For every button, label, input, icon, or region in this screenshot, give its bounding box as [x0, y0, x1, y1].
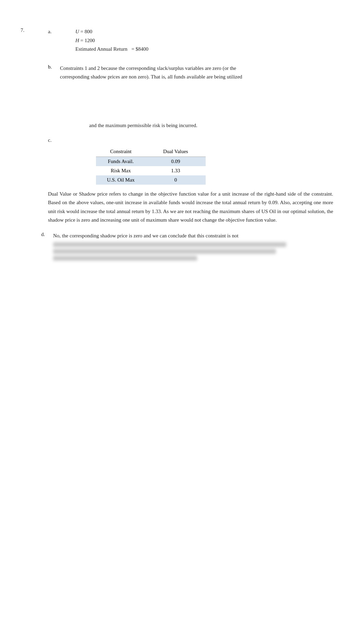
blurred-text-block [53, 242, 293, 261]
max-risk-text: and the maximum permissible risk is bein… [89, 123, 333, 128]
part-b-label: b. [48, 64, 60, 70]
part-a: a. U = 800 H = 1200 Estimated Annual Ret… [48, 27, 333, 54]
dual-values-table-container: Constraint Dual Values Funds Avail.0.09R… [96, 147, 333, 185]
estimated-annual-return-value: = $8400 [131, 46, 148, 52]
part-c-label: c. [48, 137, 51, 143]
table-row-constraint-2: U.S. Oil Max [96, 175, 153, 185]
part-b: b. Constraints 1 and 2 because the corre… [48, 64, 333, 82]
part-d-text: No, the corresponding shadow price is ze… [53, 232, 239, 240]
table-row-value-1: 1.33 [153, 166, 206, 175]
blurred-line-1 [53, 242, 286, 247]
part-b-text1: Constraints 1 and 2 because the correspo… [60, 64, 242, 73]
part-b-text2: corresponding shadow prices are non zero… [60, 73, 242, 82]
u-value: = 800 [79, 29, 92, 34]
part-a-label: a. [48, 29, 58, 35]
table-row-value-2: 0 [153, 175, 206, 185]
blurred-content [53, 242, 333, 261]
blurred-line-2 [53, 249, 276, 254]
blurred-line-3 [53, 256, 197, 261]
col2-header: Dual Values [153, 147, 206, 157]
part-c: c. Constraint Dual Values Funds Avail.0.… [48, 137, 333, 225]
var-u: U [75, 29, 79, 34]
part-b-content: Constraints 1 and 2 because the correspo… [60, 64, 242, 82]
var-h: H [75, 38, 79, 43]
question-number: 7. [21, 27, 24, 33]
part-d: d. No, the corresponding shadow price is… [41, 232, 333, 240]
part-c-explanation: Dual Value or Shadow price refers to cha… [48, 190, 333, 225]
col1-header: Constraint [96, 147, 153, 157]
table-row-constraint-1: Risk Max [96, 166, 153, 175]
part-d-label: d. [41, 232, 53, 237]
dual-values-table: Constraint Dual Values Funds Avail.0.09R… [96, 147, 206, 185]
h-value: = 1200 [79, 38, 95, 43]
estimated-annual-return-label: Estimated Annual Return [75, 46, 128, 52]
table-row-value-0: 0.09 [153, 157, 206, 166]
table-row-constraint-0: Funds Avail. [96, 157, 153, 166]
part-a-content: U = 800 H = 1200 Estimated Annual Return… [75, 27, 148, 54]
